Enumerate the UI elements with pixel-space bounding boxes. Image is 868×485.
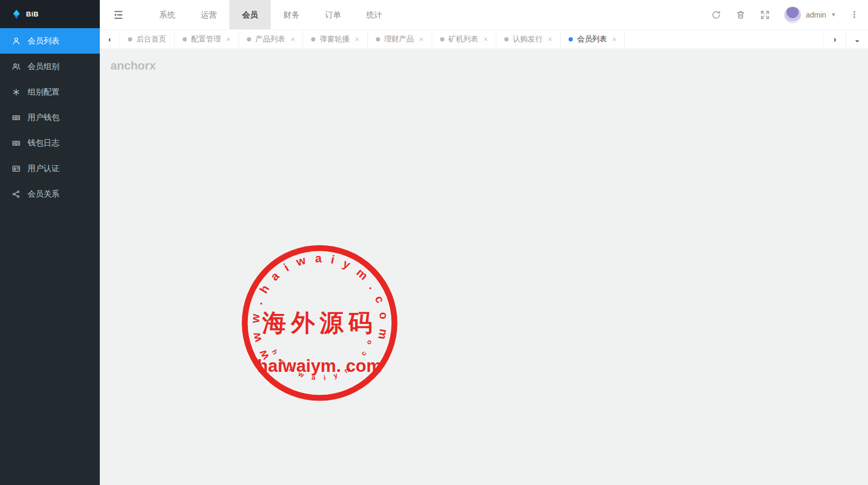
tabs-menu-button[interactable]: ⌄ [846,30,868,48]
sidebar-menu: 会员列表会员组别组别配置用户钱包钱包日志用户认证会员关系 [0,28,100,207]
tab-status-dot [311,37,315,41]
gem-logo-icon [11,8,22,20]
nav-item-订单[interactable]: 订单 [312,0,354,29]
user-caret-down-icon: ▼ [831,12,836,18]
refresh-icon[interactable] [711,10,721,20]
top-header: 系统运营会员财务订单统计 admin ▼ ⋮ [100,0,868,29]
tab-产品列表[interactable]: 产品列表× [239,30,303,48]
sidebar-item-label: 会员关系 [28,189,59,199]
more-options-icon[interactable]: ⋮ [850,10,858,20]
top-nav: 系统运营会员财务订单统计 [147,0,395,29]
asterisk-icon [12,88,21,97]
tab-配置管理[interactable]: 配置管理× [175,30,239,48]
tab-close-icon[interactable]: × [226,35,230,44]
tabbar-spacer [625,30,823,48]
sidebar-item-钱包日志[interactable]: 钱包日志 [0,130,100,156]
sidebar-item-会员关系[interactable]: 会员关系 [0,181,100,207]
tab-label: 矿机列表 [449,35,478,44]
user-menu[interactable]: admin ▼ [784,6,836,23]
nav-item-会员[interactable]: 会员 [229,0,271,29]
tab-status-dot [128,37,132,41]
tabs: 后台首页配置管理×产品列表×弹窗轮播×理财产品×矿机列表×认购发行×会员列表× [120,30,625,48]
brand-short: BiB [26,10,39,18]
tab-label: 产品列表 [255,35,285,44]
sidebar-item-用户钱包[interactable]: 用户钱包 [0,105,100,130]
sidebar-item-label: 用户认证 [28,164,59,174]
tab-status-dot [569,37,573,41]
tab-认购发行[interactable]: 认购发行× [496,30,561,48]
tab-status-dot [247,37,251,41]
tab-会员列表[interactable]: 会员列表× [561,30,625,48]
sidebar-item-label: 钱包日志 [28,138,59,148]
fullscreen-icon[interactable] [760,10,770,20]
tab-close-icon[interactable]: × [484,35,488,44]
tab-bar: ‹ 后台首页配置管理×产品列表×弹窗轮播×理财产品×矿机列表×认购发行×会员列表… [100,29,868,48]
brand-logo[interactable]: BiB anchorx [0,0,100,28]
sidebar: BiB anchorx 会员列表会员组别组别配置用户钱包钱包日志用户认证会员关系 [0,0,100,485]
id-card-icon [12,164,21,173]
nav-item-统计[interactable]: 统计 [354,0,395,29]
tab-status-dot [376,37,380,41]
tab-弹窗轮播[interactable]: 弹窗轮播× [303,30,367,48]
sidebar-item-会员列表[interactable]: 会员列表 [0,28,100,54]
sidebar-item-label: 会员组别 [28,62,59,72]
tab-后台首页[interactable]: 后台首页 [120,30,175,48]
users-icon [12,62,21,71]
tab-close-icon[interactable]: × [419,35,424,44]
tab-close-icon[interactable]: × [355,35,359,44]
sidebar-item-label: 组别配置 [28,87,59,97]
money-log-icon [12,139,21,148]
money-icon [12,113,21,122]
tabs-scroll-right-button[interactable]: › [823,30,846,48]
tab-label: 会员列表 [577,35,607,44]
sidebar-toggle-button[interactable] [100,0,137,29]
tab-status-dot [504,37,509,41]
sidebar-item-会员组别[interactable]: 会员组别 [0,54,100,79]
tab-label: 配置管理 [191,35,221,44]
tab-label: 后台首页 [136,35,166,44]
sidebar-item-组别配置[interactable]: 组别配置 [0,79,100,105]
tabs-scroll-left-button[interactable]: ‹ [100,30,120,48]
tab-label: 弹窗轮播 [320,35,349,44]
sidebar-toggle-icon [113,9,124,21]
tab-理财产品[interactable]: 理财产品× [368,30,432,48]
tab-label: 理财产品 [384,35,414,44]
tab-close-icon[interactable]: × [612,35,616,44]
sidebar-item-label: 用户钱包 [28,113,59,123]
user-name: admin [806,11,826,19]
tab-close-icon[interactable]: × [290,35,295,44]
user-avatar [784,6,801,23]
user-icon [12,37,21,46]
tab-close-icon[interactable]: × [548,35,552,44]
tab-status-dot [440,37,444,41]
trash-icon[interactable] [735,10,746,20]
sidebar-item-用户认证[interactable]: 用户认证 [0,156,100,181]
share-icon [12,190,21,199]
nav-item-系统[interactable]: 系统 [147,0,188,29]
tab-矿机列表[interactable]: 矿机列表× [432,30,496,48]
nav-item-财务[interactable]: 财务 [271,0,312,29]
tab-label: 认购发行 [513,35,543,44]
header-right: admin ▼ ⋮ [711,6,868,23]
tab-status-dot [183,37,187,41]
sidebar-item-label: 会员列表 [28,36,59,46]
nav-item-运营[interactable]: 运营 [188,0,229,29]
brand-name: anchorx [102,49,868,485]
